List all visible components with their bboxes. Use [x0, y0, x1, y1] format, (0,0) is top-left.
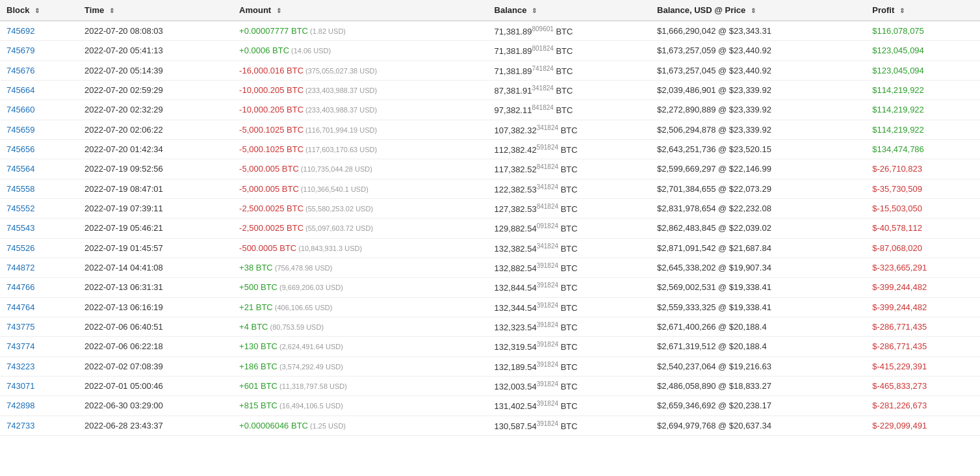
cell-time: 2022-07-01 05:00:46 — [78, 376, 233, 395]
block-link[interactable]: 745679 — [6, 46, 34, 55]
block-link[interactable]: 743071 — [6, 381, 34, 391]
cell-balance-usd: $2,643,251,736 @ $23,520.15 — [651, 139, 866, 159]
cell-amount: +0.00006046 BTC(1.25 USD) — [233, 416, 488, 435]
block-link[interactable]: 744764 — [6, 302, 34, 312]
cell-profit: $134,474,786 — [866, 139, 980, 159]
cell-profit: $-399,244,482 — [866, 297, 980, 317]
cell-time: 2022-07-20 01:42:34 — [78, 139, 233, 159]
amount-usd: (110,735,044.28 USD) — [301, 165, 372, 173]
cell-amount: +0.00007777 BTC(1.82 USD) — [233, 21, 488, 41]
block-link[interactable]: 745552 — [6, 204, 34, 213]
balance-unit: BTC — [554, 86, 573, 96]
block-link[interactable]: 745526 — [6, 243, 34, 253]
cell-block: 744766 — [0, 278, 78, 297]
block-link[interactable]: 745676 — [6, 66, 34, 75]
balance-small: 391824 — [537, 380, 558, 388]
cell-balance-usd: $2,272,890,889 @ $23,339.92 — [651, 100, 866, 120]
amount-value: -500.0005 BTC — [239, 243, 296, 253]
amount-usd: (2,624,491.64 USD) — [279, 343, 343, 350]
col-amount[interactable]: Amount ⇕ — [233, 0, 488, 21]
balance-small: 391824 — [537, 262, 558, 269]
cell-time: 2022-07-13 06:31:31 — [78, 278, 233, 297]
cell-time: 2022-07-19 09:52:56 — [78, 159, 233, 179]
cell-block: 744764 — [0, 297, 78, 317]
block-link[interactable]: 742733 — [6, 421, 34, 430]
block-link[interactable]: 745564 — [6, 164, 34, 174]
table-row: 7437752022-07-06 06:40:51+4 BTC(80,753.5… — [0, 317, 980, 336]
balance-unit: BTC — [558, 303, 578, 313]
cell-block: 745659 — [0, 120, 78, 139]
table-row: 7455522022-07-19 07:39:11-2,500.0025 BTC… — [0, 198, 980, 218]
amount-value: +0.0006 BTC — [239, 46, 289, 55]
cell-profit: $123,045,094 — [866, 60, 980, 80]
table-row: 7456792022-07-20 05:41:13+0.0006 BTC(14.… — [0, 41, 980, 60]
cell-block: 745692 — [0, 21, 78, 41]
col-balance-usd[interactable]: Balance, USD @ Price ⇕ — [651, 0, 866, 21]
cell-profit: $-399,244,482 — [866, 278, 980, 297]
balance-main: 127,382.53 — [495, 204, 537, 214]
cell-amount: +38 BTC(756,478.98 USD) — [233, 258, 488, 277]
amount-usd: (116,701,994.19 USD) — [305, 126, 377, 134]
col-block[interactable]: Block ⇕ — [0, 0, 78, 21]
table-row: 7447642022-07-13 06:16:19+21 BTC(406,106… — [0, 297, 980, 317]
block-link[interactable]: 743774 — [6, 341, 34, 351]
balance-small: 841824 — [537, 163, 558, 170]
cell-amount: -16,000.016 BTC(375,055,027.38 USD) — [233, 60, 488, 80]
block-link[interactable]: 745543 — [6, 223, 34, 233]
cell-time: 2022-07-20 05:14:39 — [78, 60, 233, 80]
block-link[interactable]: 745659 — [6, 125, 34, 135]
block-sort-icon: ⇕ — [34, 7, 40, 14]
cell-profit: $-15,503,050 — [866, 198, 980, 218]
balance-small: 391824 — [537, 282, 558, 289]
block-link[interactable]: 743223 — [6, 362, 34, 371]
cell-profit: $-323,665,291 — [866, 258, 980, 277]
block-link[interactable]: 744766 — [6, 282, 34, 292]
col-profit[interactable]: Profit ⇕ — [866, 0, 980, 21]
cell-amount: -500.0005 BTC(10,843,931.3 USD) — [233, 238, 488, 258]
table-row: 7455262022-07-19 01:45:57-500.0005 BTC(1… — [0, 238, 980, 258]
cell-balance-usd: $2,486,058,890 @ $18,833.27 — [651, 376, 866, 395]
balance-small: 341824 — [537, 124, 558, 131]
block-link[interactable]: 742898 — [6, 401, 34, 410]
block-link[interactable]: 743775 — [6, 322, 34, 332]
col-balance[interactable]: Balance ⇕ — [488, 0, 651, 21]
balance-main: 132,344.54 — [495, 303, 537, 313]
amount-value: +815 BTC — [239, 401, 277, 410]
cell-amount: +21 BTC(406,106.65 USD) — [233, 297, 488, 317]
cell-balance: 132,882.54391824 BTC — [488, 258, 651, 277]
cell-balance-usd: $2,039,486,901 @ $23,339.92 — [651, 80, 866, 99]
balance-small: 391824 — [537, 400, 558, 407]
cell-profit: $-40,578,112 — [866, 218, 980, 238]
transactions-table: Block ⇕ Time ⇕ Amount ⇕ Balance ⇕ Balanc… — [0, 0, 980, 436]
cell-block: 745676 — [0, 60, 78, 80]
amount-value: -5,000.1025 BTC — [239, 125, 303, 135]
balance-main: 130,587.54 — [495, 421, 537, 431]
balance-unit: BTC — [554, 27, 573, 36]
block-link[interactable]: 745558 — [6, 184, 34, 194]
amount-usd: (233,403,988.37 USD) — [305, 86, 377, 94]
cell-block: 743774 — [0, 337, 78, 356]
balance-unit: BTC — [558, 402, 578, 412]
amount-usd: (11,318,797.58 USD) — [279, 382, 347, 390]
cell-time: 2022-07-19 05:46:21 — [78, 218, 233, 238]
block-link[interactable]: 745664 — [6, 85, 34, 95]
cell-balance: 127,382.53841824 BTC — [488, 198, 651, 218]
cell-amount: +4 BTC(80,753.59 USD) — [233, 317, 488, 336]
cell-amount: -10,000.205 BTC(233,403,988.37 USD) — [233, 100, 488, 120]
amount-usd: (14.06 USD) — [291, 47, 331, 55]
col-time[interactable]: Time ⇕ — [78, 0, 233, 21]
balance-main: 132,323.54 — [495, 323, 537, 332]
cell-amount: +186 BTC(3,574,292.49 USD) — [233, 356, 488, 376]
block-link[interactable]: 745656 — [6, 144, 34, 154]
balance-small: 341824 — [537, 183, 558, 191]
balance-main: 71,381.89 — [495, 47, 532, 57]
balance-unit: BTC — [558, 421, 578, 431]
cell-time: 2022-07-20 02:59:29 — [78, 80, 233, 99]
cell-amount: +130 BTC(2,624,491.64 USD) — [233, 337, 488, 356]
block-link[interactable]: 745692 — [6, 26, 34, 36]
cell-balance: 132,323.54391824 BTC — [488, 317, 651, 336]
block-link[interactable]: 744872 — [6, 263, 34, 272]
block-link[interactable]: 745660 — [6, 105, 34, 114]
balance-small: 591824 — [537, 144, 558, 151]
cell-profit: $-286,771,435 — [866, 317, 980, 336]
